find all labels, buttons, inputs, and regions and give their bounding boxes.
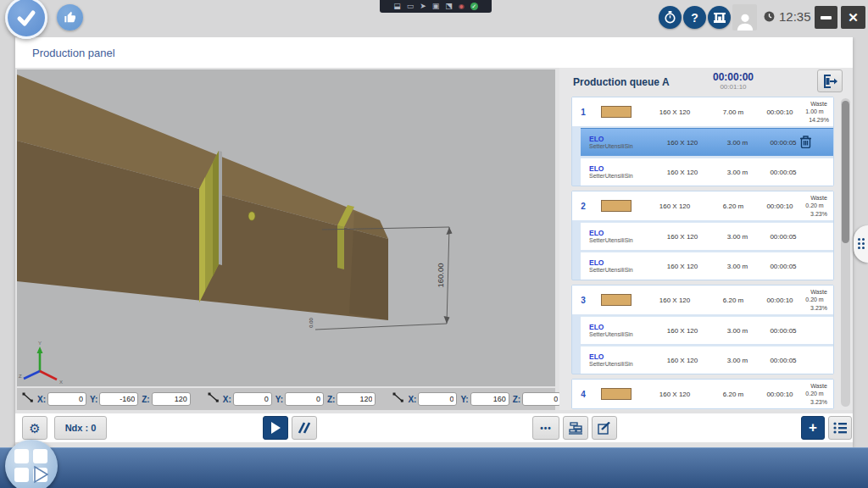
item-name: ELO <box>589 352 648 361</box>
group-time: 00:00:10 <box>755 391 804 398</box>
queue-group-1: 1160 X 1207.00 m00:00:10Waste1.00 m14.29… <box>571 97 834 186</box>
screen-share-icon[interactable]: ⬓ <box>393 3 401 10</box>
item-length: 3.00 m <box>716 139 759 147</box>
group-time: 00:00:10 <box>755 108 804 116</box>
item-name-cell: ELOSetterUtensiliSin <box>581 229 648 245</box>
help-button[interactable]: ? <box>683 6 706 29</box>
coord-input-z-1[interactable] <box>152 392 191 406</box>
item-length: 3.00 m <box>716 263 759 270</box>
group-time: 00:00:10 <box>755 297 804 304</box>
coord-input-z-3[interactable] <box>522 392 561 406</box>
queue-item[interactable]: ELOSetterUtensiliSin160 X 1203.00 m00:00… <box>581 316 833 344</box>
wood-swatch <box>601 200 632 212</box>
camera-icon[interactable]: ▭ <box>407 3 415 10</box>
close-button[interactable]: ✕ <box>841 6 865 29</box>
scrollbar-thumb[interactable] <box>842 101 849 243</box>
group-size: 160 X 120 <box>638 202 711 210</box>
coord-label: X: <box>408 395 416 404</box>
group-size: 160 X 120 <box>638 297 711 304</box>
play-overlay-icon <box>31 465 49 484</box>
coord-field: Y: <box>460 392 509 406</box>
queue-group-header[interactable]: 1160 X 1207.00 m00:00:10Waste1.00 m14.29… <box>572 97 833 126</box>
timer-elapsed: 00:00:00 <box>687 71 780 83</box>
edit-button[interactable] <box>592 416 617 440</box>
waste-values: 0.20 m3.23% <box>804 390 833 405</box>
coord-input-y-3[interactable] <box>470 392 509 406</box>
home-production-button[interactable] <box>5 440 58 488</box>
item-description: SetterUtensiliSin <box>589 173 648 180</box>
item-size: 160 X 120 <box>648 169 716 176</box>
play-button[interactable] <box>263 416 288 440</box>
timer-total: 00:01:10 <box>687 83 780 91</box>
item-time: 00:00:05 <box>759 169 808 176</box>
item-name-cell: ELOSetterUtensiliSin <box>581 164 648 180</box>
minimize-button[interactable] <box>815 6 837 29</box>
item-description: SetterUtensiliSin <box>589 267 648 274</box>
slashes-icon <box>298 422 311 434</box>
coord-input-z-2[interactable] <box>337 392 376 406</box>
swatch-cell <box>594 294 638 306</box>
ndx-button[interactable]: Ndx : 0 <box>54 416 107 440</box>
item-size: 160 X 120 <box>648 233 716 241</box>
coord-field: Y: <box>90 392 138 406</box>
coord-field: Z: <box>142 392 190 406</box>
list-view-button[interactable] <box>828 416 852 440</box>
item-name: ELO <box>589 323 648 331</box>
group-size: 160 X 120 <box>638 391 711 398</box>
queue-group-header[interactable]: 2160 X 1206.20 m00:00:10Waste0.20 m3.23% <box>572 191 833 220</box>
confirm-button[interactable] <box>5 0 47 39</box>
queue-item[interactable]: ELOSetterUtensiliSin160 X 1203.00 m00:00… <box>581 222 833 250</box>
clock-time: 12:35 <box>779 9 811 24</box>
user-avatar[interactable] <box>732 4 757 30</box>
nesting-button[interactable] <box>563 416 588 440</box>
export-queue-button[interactable] <box>817 69 843 92</box>
item-size: 160 X 120 <box>648 327 716 335</box>
machine-button[interactable] <box>708 6 731 29</box>
add-button[interactable]: + <box>801 416 825 440</box>
waste-values: 0.20 m3.23% <box>804 296 833 311</box>
coord-field: X: <box>223 392 272 406</box>
queue-item[interactable]: ELOSetterUtensiliSin160 X 1203.00 m00:00… <box>581 346 833 374</box>
coord-input-x-3[interactable] <box>418 392 457 406</box>
swatch-cell <box>594 388 638 400</box>
coord-label: Z: <box>513 395 520 404</box>
question-icon: ? <box>691 11 698 25</box>
settings-button[interactable]: ⚙ <box>22 416 47 440</box>
delete-item-button[interactable] <box>799 135 812 150</box>
item-time: 00:00:05 <box>759 327 808 335</box>
queue-item[interactable]: ELOSetterUtensiliSin160 X 1203.00 m00:00… <box>581 252 833 280</box>
coord-input-y-1[interactable] <box>99 392 138 406</box>
3d-viewport[interactable]: 160.00 0.00 Y X Z <box>17 69 555 386</box>
queue-group-header[interactable]: 3160 X 1206.20 m00:00:10Waste0.20 m3.23% <box>572 286 833 314</box>
coord-input-y-2[interactable] <box>285 392 324 406</box>
coord-input-x-1[interactable] <box>47 392 86 406</box>
cursor-icon[interactable]: ➤ <box>420 3 426 10</box>
record-icon[interactable]: ◉ <box>459 3 465 10</box>
close-icon: ✕ <box>848 10 859 25</box>
page-title: Production panel <box>32 47 115 59</box>
coord-input-x-2[interactable] <box>233 392 272 406</box>
side-panel-handle[interactable] <box>854 225 868 263</box>
item-time: 00:00:05 <box>759 233 808 241</box>
queue-scrollbar[interactable] <box>841 98 850 407</box>
item-size: 160 X 120 <box>648 139 716 147</box>
erase-button[interactable] <box>292 416 317 440</box>
snip-icon[interactable]: ⬔ <box>445 3 453 10</box>
more-options-button[interactable]: ••• <box>532 416 559 440</box>
queue-item[interactable]: ELOSetterUtensiliSin160 X 1203.00 m00:00… <box>581 158 833 186</box>
group-number: 2 <box>572 202 594 211</box>
group-waste: Waste0.20 m3.23% <box>804 382 833 405</box>
timer-button[interactable] <box>659 6 682 29</box>
axis-triad-icon: Y X Z <box>19 341 63 385</box>
ok-icon[interactable]: ✓ <box>470 3 478 10</box>
window-icon[interactable]: ▣ <box>432 3 440 10</box>
coord-label: Y: <box>90 395 97 404</box>
coord-field: X: <box>408 392 457 406</box>
thumbs-up-button[interactable] <box>57 4 83 30</box>
taskbar: ! MDI Manual ⚙ <box>0 447 868 488</box>
coord-label: X: <box>37 395 46 404</box>
queue-group-header[interactable]: 4160 X 1206.20 m00:00:10Waste0.20 m3.23% <box>572 380 833 408</box>
queue-item-selected[interactable]: ELOSetterUtensiliSin160 X 1203.00 m00:00… <box>581 128 833 156</box>
dimension-label-small: 0.00 <box>309 318 314 328</box>
waste-amount: 0.20 m <box>805 202 823 209</box>
